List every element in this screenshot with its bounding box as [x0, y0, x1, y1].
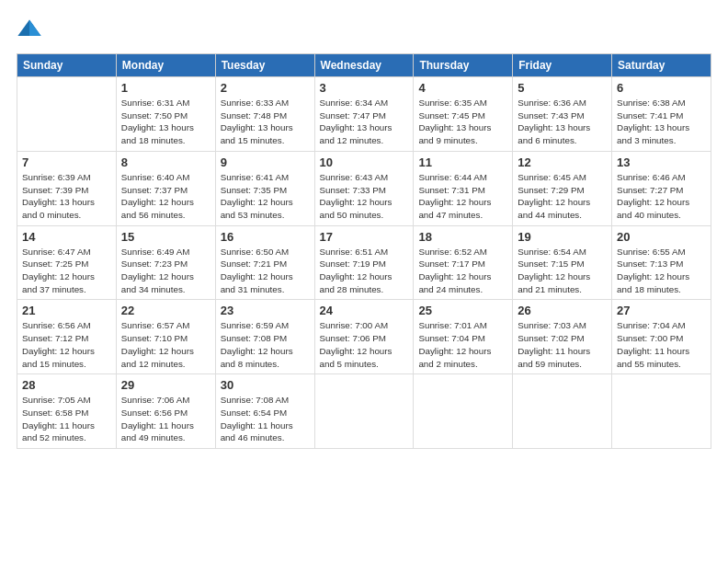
day-info: Sunrise: 7:04 AM Sunset: 7:00 PM Dayligh… — [617, 319, 706, 370]
day-number: 30 — [221, 378, 310, 392]
calendar-cell: 2Sunrise: 6:33 AM Sunset: 7:48 PM Daylig… — [215, 77, 314, 152]
day-number: 6 — [617, 81, 706, 95]
calendar-header-sunday: Sunday — [17, 54, 117, 77]
calendar-cell: 19Sunrise: 6:54 AM Sunset: 7:15 PM Dayli… — [513, 225, 612, 300]
page-container: SundayMondayTuesdayWednesdayThursdayFrid… — [0, 0, 728, 458]
day-number: 3 — [320, 81, 409, 95]
day-info: Sunrise: 6:43 AM Sunset: 7:33 PM Dayligh… — [320, 171, 409, 222]
day-info: Sunrise: 6:40 AM Sunset: 7:37 PM Dayligh… — [121, 171, 210, 222]
day-info: Sunrise: 6:34 AM Sunset: 7:47 PM Dayligh… — [320, 97, 409, 147]
day-number: 21 — [22, 304, 111, 317]
day-number: 1 — [121, 81, 210, 95]
day-number: 20 — [617, 230, 706, 244]
calendar-header-tuesday: Tuesday — [215, 54, 314, 77]
day-info: Sunrise: 6:47 AM Sunset: 7:25 PM Dayligh… — [22, 246, 111, 296]
calendar-cell: 28Sunrise: 7:05 AM Sunset: 6:58 PM Dayli… — [17, 374, 117, 449]
day-info: Sunrise: 6:36 AM Sunset: 7:43 PM Dayligh… — [518, 97, 607, 147]
day-info: Sunrise: 7:03 AM Sunset: 7:02 PM Dayligh… — [518, 319, 607, 370]
calendar-week-row: 21Sunrise: 6:56 AM Sunset: 7:12 PM Dayli… — [17, 300, 711, 374]
calendar-cell: 27Sunrise: 7:04 AM Sunset: 7:00 PM Dayli… — [612, 300, 711, 374]
calendar-cell: 21Sunrise: 6:56 AM Sunset: 7:12 PM Dayli… — [17, 300, 117, 374]
calendar-cell: 18Sunrise: 6:52 AM Sunset: 7:17 PM Dayli… — [414, 225, 513, 300]
calendar-week-row: 14Sunrise: 6:47 AM Sunset: 7:25 PM Dayli… — [17, 225, 711, 300]
calendar-week-row: 7Sunrise: 6:39 AM Sunset: 7:39 PM Daylig… — [17, 151, 711, 225]
day-number: 8 — [121, 155, 210, 169]
day-number: 17 — [320, 230, 409, 244]
calendar-cell — [414, 374, 513, 449]
calendar-cell: 24Sunrise: 7:00 AM Sunset: 7:06 PM Dayli… — [314, 300, 414, 374]
day-info: Sunrise: 6:46 AM Sunset: 7:27 PM Dayligh… — [617, 171, 706, 222]
logo-icon — [17, 17, 42, 42]
calendar-cell: 9Sunrise: 6:41 AM Sunset: 7:35 PM Daylig… — [215, 151, 314, 225]
calendar-cell: 1Sunrise: 6:31 AM Sunset: 7:50 PM Daylig… — [116, 77, 215, 152]
calendar-cell — [17, 77, 117, 152]
calendar-cell: 6Sunrise: 6:38 AM Sunset: 7:41 PM Daylig… — [612, 77, 711, 152]
day-info: Sunrise: 6:55 AM Sunset: 7:13 PM Dayligh… — [617, 246, 706, 296]
day-info: Sunrise: 7:05 AM Sunset: 6:58 PM Dayligh… — [22, 394, 111, 444]
day-number: 23 — [221, 304, 310, 317]
day-number: 22 — [121, 304, 210, 317]
svg-marker-1 — [29, 20, 41, 37]
header — [17, 17, 711, 42]
day-info: Sunrise: 6:50 AM Sunset: 7:21 PM Dayligh… — [221, 246, 310, 296]
day-info: Sunrise: 7:00 AM Sunset: 7:06 PM Dayligh… — [320, 319, 409, 370]
day-number: 12 — [518, 155, 607, 169]
calendar-cell — [612, 374, 711, 449]
calendar-cell: 26Sunrise: 7:03 AM Sunset: 7:02 PM Dayli… — [513, 300, 612, 374]
calendar-cell: 14Sunrise: 6:47 AM Sunset: 7:25 PM Dayli… — [17, 225, 117, 300]
day-info: Sunrise: 6:56 AM Sunset: 7:12 PM Dayligh… — [22, 319, 111, 370]
calendar-header-monday: Monday — [116, 54, 215, 77]
day-number: 14 — [22, 230, 111, 244]
calendar-header-saturday: Saturday — [612, 54, 711, 77]
calendar-cell: 8Sunrise: 6:40 AM Sunset: 7:37 PM Daylig… — [116, 151, 215, 225]
calendar-cell: 7Sunrise: 6:39 AM Sunset: 7:39 PM Daylig… — [17, 151, 117, 225]
calendar-cell: 20Sunrise: 6:55 AM Sunset: 7:13 PM Dayli… — [612, 225, 711, 300]
day-number: 15 — [121, 230, 210, 244]
day-number: 26 — [518, 304, 607, 317]
day-number: 2 — [221, 81, 310, 95]
day-info: Sunrise: 6:35 AM Sunset: 7:45 PM Dayligh… — [418, 97, 507, 147]
calendar-cell: 4Sunrise: 6:35 AM Sunset: 7:45 PM Daylig… — [414, 77, 513, 152]
calendar-cell: 13Sunrise: 6:46 AM Sunset: 7:27 PM Dayli… — [612, 151, 711, 225]
day-number: 28 — [22, 378, 111, 392]
day-info: Sunrise: 6:38 AM Sunset: 7:41 PM Dayligh… — [617, 97, 706, 147]
calendar-cell — [314, 374, 414, 449]
calendar-cell: 29Sunrise: 7:06 AM Sunset: 6:56 PM Dayli… — [116, 374, 215, 449]
day-info: Sunrise: 6:45 AM Sunset: 7:29 PM Dayligh… — [518, 171, 607, 222]
day-number: 11 — [418, 155, 507, 169]
calendar-header-friday: Friday — [513, 54, 612, 77]
calendar-cell — [513, 374, 612, 449]
day-info: Sunrise: 7:01 AM Sunset: 7:04 PM Dayligh… — [418, 319, 507, 370]
calendar-cell: 17Sunrise: 6:51 AM Sunset: 7:19 PM Dayli… — [314, 225, 414, 300]
calendar-cell: 30Sunrise: 7:08 AM Sunset: 6:54 PM Dayli… — [215, 374, 314, 449]
day-info: Sunrise: 6:33 AM Sunset: 7:48 PM Dayligh… — [221, 97, 310, 147]
logo — [17, 17, 46, 42]
calendar-cell: 5Sunrise: 6:36 AM Sunset: 7:43 PM Daylig… — [513, 77, 612, 152]
day-info: Sunrise: 6:57 AM Sunset: 7:10 PM Dayligh… — [121, 319, 210, 370]
day-number: 25 — [418, 304, 507, 317]
day-number: 10 — [320, 155, 409, 169]
day-number: 5 — [518, 81, 607, 95]
calendar-cell: 16Sunrise: 6:50 AM Sunset: 7:21 PM Dayli… — [215, 225, 314, 300]
day-info: Sunrise: 6:54 AM Sunset: 7:15 PM Dayligh… — [518, 246, 607, 296]
day-number: 29 — [121, 378, 210, 392]
day-number: 19 — [518, 230, 607, 244]
calendar-cell: 25Sunrise: 7:01 AM Sunset: 7:04 PM Dayli… — [414, 300, 513, 374]
day-number: 16 — [221, 230, 310, 244]
day-info: Sunrise: 6:39 AM Sunset: 7:39 PM Dayligh… — [22, 171, 111, 222]
day-info: Sunrise: 7:08 AM Sunset: 6:54 PM Dayligh… — [221, 394, 310, 444]
calendar-week-row: 28Sunrise: 7:05 AM Sunset: 6:58 PM Dayli… — [17, 374, 711, 449]
calendar-cell: 11Sunrise: 6:44 AM Sunset: 7:31 PM Dayli… — [414, 151, 513, 225]
calendar-header-thursday: Thursday — [414, 54, 513, 77]
day-info: Sunrise: 6:59 AM Sunset: 7:08 PM Dayligh… — [221, 319, 310, 370]
calendar-cell: 23Sunrise: 6:59 AM Sunset: 7:08 PM Dayli… — [215, 300, 314, 374]
day-number: 4 — [418, 81, 507, 95]
day-info: Sunrise: 6:49 AM Sunset: 7:23 PM Dayligh… — [121, 246, 210, 296]
day-number: 9 — [221, 155, 310, 169]
calendar-header-row: SundayMondayTuesdayWednesdayThursdayFrid… — [17, 54, 711, 77]
calendar-cell: 12Sunrise: 6:45 AM Sunset: 7:29 PM Dayli… — [513, 151, 612, 225]
calendar-week-row: 1Sunrise: 6:31 AM Sunset: 7:50 PM Daylig… — [17, 77, 711, 152]
day-number: 13 — [617, 155, 706, 169]
calendar-cell: 22Sunrise: 6:57 AM Sunset: 7:10 PM Dayli… — [116, 300, 215, 374]
day-number: 7 — [22, 155, 111, 169]
